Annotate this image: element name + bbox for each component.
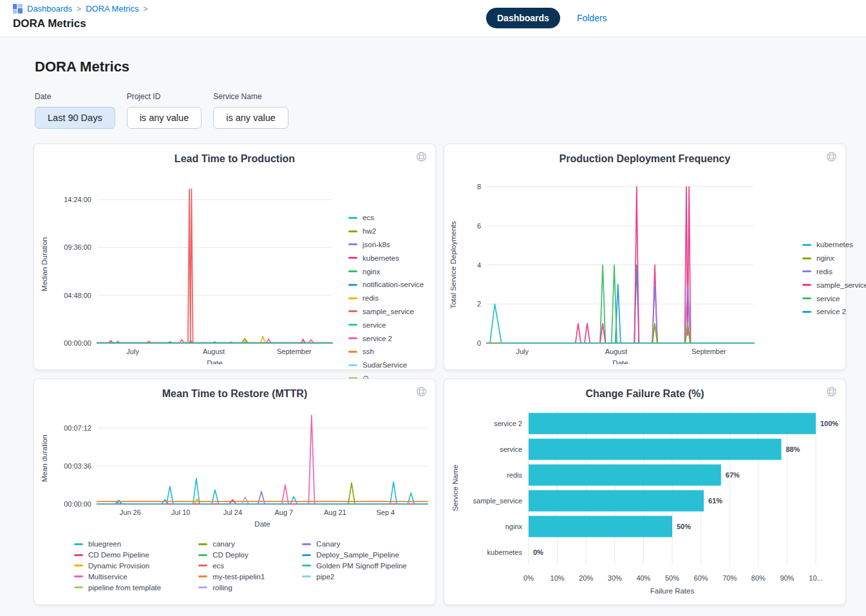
legend-swatch (348, 230, 357, 232)
charts-grid: Lead Time to Production 00:00:0004:48:00… (33, 144, 866, 605)
legend-item[interactable]: my-test-pipelin1 (198, 571, 265, 582)
globe-icon[interactable] (416, 386, 427, 397)
legend-swatch (802, 244, 811, 246)
legend-swatch (802, 270, 811, 272)
svg-text:10...: 10... (809, 574, 822, 582)
legend-swatch (302, 554, 311, 556)
legend-label: ecs (212, 562, 224, 570)
legend-item[interactable]: ecs (198, 561, 265, 572)
filter-service-name-label: Service Name (213, 92, 288, 101)
legend-swatch (302, 575, 311, 577)
legend-item[interactable]: Golden PM Signoff Pipeline (302, 561, 406, 572)
breadcrumb-separator: > (77, 5, 81, 14)
card-lead-time: Lead Time to Production 00:00:0004:48:00… (33, 144, 436, 370)
legend-label: bluegreen (88, 540, 121, 548)
breadcrumb-link-dashboards[interactable]: Dashboards (27, 4, 72, 14)
filter-date-label: Date (35, 92, 115, 101)
legend-item[interactable]: redis (348, 293, 424, 304)
svg-text:10%: 10% (551, 574, 565, 582)
legend-item[interactable]: ecs (348, 212, 424, 223)
legend-item[interactable]: sample_service (348, 306, 424, 317)
svg-text:40%: 40% (636, 574, 650, 582)
svg-text:80%: 80% (751, 574, 766, 582)
mttr-chart: 00:00:0000:03:3600:07:12Mean durationJun… (34, 402, 435, 593)
legend-item[interactable]: redis (802, 266, 866, 277)
filter-project-id-value-button[interactable]: is any value (127, 107, 202, 129)
legend-item[interactable]: sample_service (802, 279, 866, 290)
svg-text:09:36:00: 09:36:00 (64, 243, 91, 251)
legend-label: service 2 (362, 335, 392, 342)
legend-label: rolling (212, 584, 232, 592)
legend-label: Canary (316, 540, 340, 548)
svg-text:00:07:12: 00:07:12 (64, 424, 91, 432)
legend-item[interactable]: json-k8s (348, 239, 424, 250)
svg-text:61%: 61% (708, 497, 722, 505)
legend-swatch (348, 270, 357, 272)
legend-item[interactable]: bluegreen (74, 539, 161, 550)
legend-item[interactable]: ssh (348, 346, 424, 357)
legend-label: kubernetes (816, 241, 853, 248)
legend-item[interactable]: CD Demo Pipeline (74, 550, 161, 561)
legend-item[interactable]: canary (198, 539, 265, 550)
legend-label: sample_service (362, 308, 414, 315)
svg-text:70%: 70% (722, 574, 737, 582)
svg-text:Mean duration: Mean duration (41, 434, 48, 482)
svg-text:8: 8 (477, 183, 481, 191)
legend-item[interactable]: kubernetes (348, 252, 424, 263)
legend-item[interactable]: service (802, 293, 866, 304)
legend-item[interactable]: service (348, 319, 424, 330)
svg-text:August: August (605, 348, 627, 355)
legend-item[interactable]: Canary (302, 539, 406, 550)
filter-service-name-value-button[interactable]: is any value (213, 107, 288, 129)
legend-item[interactable]: service 2 (348, 333, 424, 344)
legend-item[interactable]: pipeline from template (74, 582, 161, 593)
legend-item[interactable]: Multiservice (74, 571, 161, 582)
legend-label: json-k8s (362, 241, 390, 248)
filter-date: Date Last 90 Days (35, 92, 115, 129)
svg-text:Date: Date (207, 359, 222, 364)
legend-swatch (348, 364, 357, 366)
svg-text:Aug 7: Aug 7 (274, 509, 293, 516)
breadcrumb-link-dora-metrics[interactable]: DORA Metrics (86, 4, 138, 14)
globe-icon[interactable] (416, 151, 427, 162)
svg-text:July: July (126, 348, 139, 355)
legend-item[interactable]: pipe2 (302, 571, 406, 582)
dashboard-content: DORA Metrics Date Last 90 Days Project I… (0, 37, 866, 605)
legend-item[interactable]: kubernetes (802, 239, 866, 250)
legend-label: canary (212, 540, 235, 548)
legend-item[interactable]: hw2 (348, 226, 424, 237)
legend-swatch (74, 543, 83, 545)
legend-item[interactable]: nginx (802, 253, 866, 264)
legend-item[interactable]: nginx (348, 266, 424, 277)
legend-swatch (302, 543, 311, 545)
svg-text:Jun 26: Jun 26 (120, 509, 141, 516)
svg-text:50%: 50% (665, 574, 679, 582)
card-deploy-frequency: Production Deployment Frequency 02468Tot… (444, 144, 846, 370)
tab-dashboards[interactable]: Dashboards (486, 8, 560, 28)
legend-item[interactable]: rolling (198, 582, 265, 593)
filter-date-value-button[interactable]: Last 90 Days (35, 107, 115, 129)
legend-item[interactable]: service 2 (802, 306, 866, 317)
svg-text:100%: 100% (820, 420, 838, 427)
svg-text:30%: 30% (608, 574, 622, 582)
legend-label: hw2 (362, 227, 376, 235)
svg-text:service: service (500, 445, 522, 453)
svg-text:kubernetes: kubernetes (487, 548, 523, 556)
tab-folders[interactable]: Folders (577, 13, 607, 23)
svg-text:20%: 20% (579, 574, 593, 582)
svg-text:14:24:00: 14:24:00 (64, 196, 91, 203)
globe-icon[interactable] (826, 151, 837, 162)
svg-text:90%: 90% (780, 574, 794, 582)
legend-item[interactable]: Dynamic Provision (74, 561, 161, 572)
filter-bar: Date Last 90 Days Project ID is any valu… (35, 92, 866, 129)
legend-item[interactable]: SudarService (348, 360, 424, 371)
legend-item[interactable]: Deploy_Sample_Pipeline (302, 550, 406, 561)
legend-swatch (198, 586, 207, 588)
svg-text:04:48:00: 04:48:00 (64, 292, 91, 299)
svg-text:August: August (203, 348, 225, 355)
legend-item[interactable]: notification-service (348, 279, 424, 290)
globe-icon[interactable] (826, 386, 837, 397)
legend-item[interactable]: CD Deploy (198, 550, 265, 561)
svg-text:Date: Date (612, 359, 628, 364)
svg-text:Jul 24: Jul 24 (223, 509, 242, 516)
